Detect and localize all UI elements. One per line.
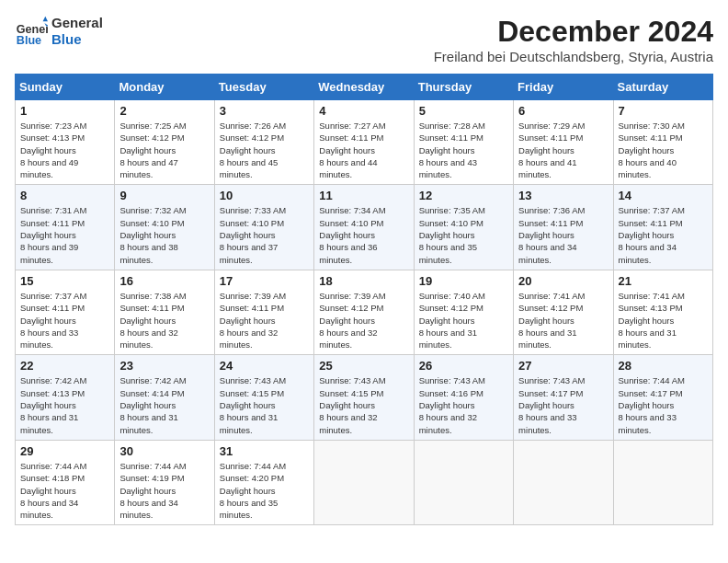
- daylight-value: 8 hours and 37 minutes.: [220, 242, 278, 264]
- day-cell: [613, 440, 712, 524]
- day-cell: 14 Sunrise: 7:37 AM Sunset: 4:11 PM Dayl…: [613, 185, 712, 270]
- sunrise-label: Sunrise: 7:43 AM: [518, 375, 585, 385]
- sunrise-label: Sunrise: 7:41 AM: [518, 291, 585, 301]
- logo-blue: Blue: [51, 31, 103, 48]
- sunset-label: Sunset: 4:20 PM: [220, 473, 284, 483]
- day-number: 13: [518, 189, 608, 202]
- day-info: Sunrise: 7:28 AM Sunset: 4:11 PM Dayligh…: [419, 120, 508, 180]
- weekday-header-row: SundayMondayTuesdayWednesdayThursdayFrid…: [16, 75, 713, 100]
- day-number: 22: [20, 359, 109, 373]
- sunset-label: Sunset: 4:15 PM: [220, 388, 284, 398]
- day-cell: 18 Sunrise: 7:39 AM Sunset: 4:12 PM Dayl…: [314, 270, 414, 354]
- day-info: Sunrise: 7:35 AM Sunset: 4:10 PM Dayligh…: [419, 204, 508, 265]
- sunrise-label: Sunrise: 7:33 AM: [220, 205, 286, 215]
- daylight-label: Daylight hours: [518, 400, 574, 410]
- day-number: 11: [319, 189, 408, 202]
- day-cell: 19 Sunrise: 7:40 AM Sunset: 4:12 PM Dayl…: [414, 270, 513, 354]
- day-number: 15: [20, 274, 109, 288]
- daylight-value: 8 hours and 35 minutes.: [419, 242, 477, 264]
- sunrise-label: Sunrise: 7:35 AM: [419, 205, 485, 215]
- sunrise-label: Sunrise: 7:39 AM: [220, 291, 286, 301]
- sunset-label: Sunset: 4:11 PM: [419, 132, 483, 143]
- daylight-value: 8 hours and 35 minutes.: [220, 498, 278, 520]
- sunset-label: Sunset: 4:11 PM: [518, 218, 583, 228]
- day-number: 10: [220, 189, 309, 202]
- day-cell: 5 Sunrise: 7:28 AM Sunset: 4:11 PM Dayli…: [414, 100, 513, 185]
- title-block: December 2024 Freiland bei Deutschlandsb…: [434, 15, 713, 64]
- daylight-label: Daylight hours: [119, 230, 176, 240]
- sunset-label: Sunset: 4:16 PM: [419, 388, 483, 398]
- day-info: Sunrise: 7:34 AM Sunset: 4:10 PM Dayligh…: [319, 204, 408, 265]
- day-info: Sunrise: 7:25 AM Sunset: 4:12 PM Dayligh…: [119, 120, 209, 180]
- sunset-label: Sunset: 4:12 PM: [518, 303, 583, 313]
- daylight-label: Daylight hours: [119, 145, 176, 155]
- sunset-label: Sunset: 4:13 PM: [20, 388, 85, 398]
- day-cell: 10 Sunrise: 7:33 AM Sunset: 4:10 PM Dayl…: [214, 185, 313, 270]
- day-number: 27: [518, 359, 608, 373]
- sunrise-label: Sunrise: 7:38 AM: [119, 291, 186, 301]
- daylight-value: 8 hours and 36 minutes.: [319, 242, 377, 264]
- sunset-label: Sunset: 4:12 PM: [119, 132, 184, 143]
- day-cell: 27 Sunrise: 7:43 AM Sunset: 4:17 PM Dayl…: [514, 355, 613, 440]
- weekday-header-wednesday: Wednesday: [314, 75, 414, 100]
- daylight-label: Daylight hours: [220, 316, 276, 326]
- sunset-label: Sunset: 4:11 PM: [319, 132, 383, 143]
- sunrise-label: Sunrise: 7:32 AM: [119, 205, 186, 215]
- sunrise-label: Sunrise: 7:26 AM: [220, 121, 286, 131]
- location-subtitle: Freiland bei Deutschlandsberg, Styria, A…: [434, 49, 713, 64]
- day-number: 26: [419, 359, 508, 373]
- day-cell: [514, 440, 613, 524]
- sunrise-label: Sunrise: 7:31 AM: [20, 205, 86, 215]
- daylight-label: Daylight hours: [619, 145, 675, 155]
- daylight-label: Daylight hours: [119, 400, 176, 410]
- sunrise-label: Sunrise: 7:44 AM: [119, 461, 186, 471]
- sunset-label: Sunset: 4:10 PM: [220, 218, 284, 228]
- sunset-label: Sunset: 4:14 PM: [119, 388, 184, 398]
- daylight-label: Daylight hours: [518, 145, 574, 155]
- sunset-label: Sunset: 4:15 PM: [319, 388, 383, 398]
- day-cell: 26 Sunrise: 7:43 AM Sunset: 4:16 PM Dayl…: [414, 355, 513, 440]
- day-info: Sunrise: 7:39 AM Sunset: 4:12 PM Dayligh…: [319, 290, 408, 350]
- day-info: Sunrise: 7:39 AM Sunset: 4:11 PM Dayligh…: [220, 290, 309, 350]
- daylight-label: Daylight hours: [619, 230, 675, 240]
- day-cell: 20 Sunrise: 7:41 AM Sunset: 4:12 PM Dayl…: [514, 270, 613, 354]
- sunset-label: Sunset: 4:11 PM: [518, 132, 583, 143]
- daylight-value: 8 hours and 31 minutes.: [119, 412, 177, 434]
- day-info: Sunrise: 7:37 AM Sunset: 4:11 PM Dayligh…: [20, 290, 109, 350]
- day-number: 7: [619, 104, 708, 118]
- daylight-label: Daylight hours: [419, 145, 475, 155]
- sunset-label: Sunset: 4:10 PM: [319, 218, 383, 228]
- svg-text:Blue: Blue: [17, 34, 41, 47]
- sunset-label: Sunset: 4:11 PM: [619, 132, 683, 143]
- day-info: Sunrise: 7:43 AM Sunset: 4:15 PM Dayligh…: [220, 374, 309, 435]
- sunrise-label: Sunrise: 7:39 AM: [319, 291, 385, 301]
- day-number: 23: [119, 359, 209, 373]
- day-info: Sunrise: 7:31 AM Sunset: 4:11 PM Dayligh…: [20, 204, 109, 265]
- sunset-label: Sunset: 4:10 PM: [419, 218, 483, 228]
- sunset-label: Sunset: 4:19 PM: [119, 473, 184, 483]
- weekday-header-monday: Monday: [115, 75, 214, 100]
- day-number: 24: [220, 359, 309, 373]
- daylight-label: Daylight hours: [20, 230, 76, 240]
- day-info: Sunrise: 7:36 AM Sunset: 4:11 PM Dayligh…: [518, 204, 608, 265]
- sunrise-label: Sunrise: 7:40 AM: [419, 291, 485, 301]
- daylight-value: 8 hours and 32 minutes.: [220, 327, 278, 350]
- weekday-header-friday: Friday: [514, 75, 613, 100]
- day-number: 18: [319, 274, 408, 288]
- logo: General Blue General Blue: [15, 15, 103, 48]
- day-cell: 9 Sunrise: 7:32 AM Sunset: 4:10 PM Dayli…: [115, 185, 214, 270]
- day-number: 8: [20, 189, 109, 202]
- day-number: 9: [119, 189, 209, 202]
- daylight-value: 8 hours and 32 minutes.: [319, 412, 377, 434]
- daylight-value: 8 hours and 32 minutes.: [419, 412, 477, 434]
- day-info: Sunrise: 7:44 AM Sunset: 4:18 PM Dayligh…: [20, 460, 109, 521]
- daylight-value: 8 hours and 33 minutes.: [619, 412, 677, 434]
- daylight-label: Daylight hours: [319, 400, 375, 410]
- day-cell: 6 Sunrise: 7:29 AM Sunset: 4:11 PM Dayli…: [514, 100, 613, 185]
- day-cell: 12 Sunrise: 7:35 AM Sunset: 4:10 PM Dayl…: [414, 185, 513, 270]
- daylight-value: 8 hours and 33 minutes.: [20, 327, 78, 350]
- day-cell: 8 Sunrise: 7:31 AM Sunset: 4:11 PM Dayli…: [16, 185, 115, 270]
- daylight-label: Daylight hours: [119, 316, 176, 326]
- sunrise-label: Sunrise: 7:43 AM: [419, 375, 485, 385]
- logo-icon: General Blue: [15, 15, 48, 48]
